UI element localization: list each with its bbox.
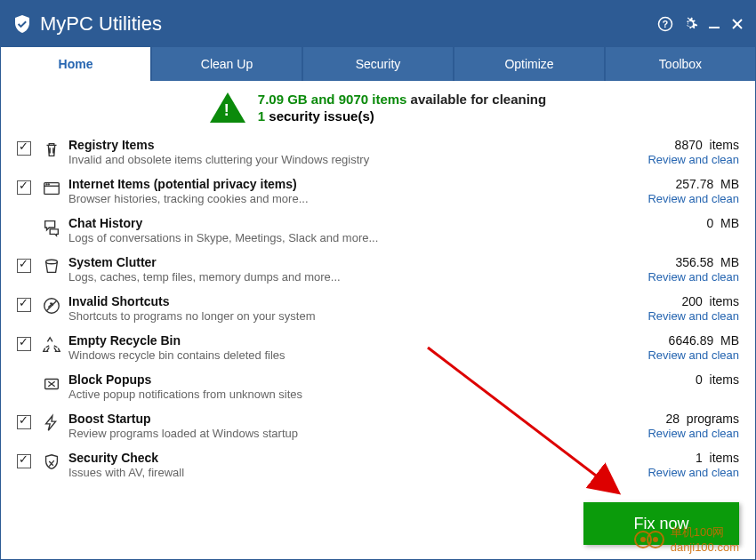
item-desc: Review programs loaded at Windows startu… [68,427,615,440]
tab-bar: Home Clean Up Security Optimize Toolbox [1,47,755,81]
chat-icon [40,218,63,237]
watermark-icon [633,530,665,549]
item-value: 6646.89 MB [615,333,739,348]
item-stats: 257.78 MBReview and clean [615,177,739,205]
help-icon[interactable]: ? [657,16,673,32]
item-value: 200 items [615,294,739,308]
warning-icon [210,92,245,123]
list-item: Registry ItemsInvalid and obsolete items… [17,132,739,172]
item-value: 1 items [615,451,739,465]
svg-point-19 [653,537,658,542]
item-checkbox[interactable] [17,415,31,429]
item-value: 356.58 MB [615,255,739,269]
app-title: MyPC Utilities [40,12,162,36]
list-item: System ClutterLogs, caches, temp files, … [17,250,739,289]
shortcut-icon [40,296,63,316]
svg-point-9 [46,260,58,264]
tab-toolbox[interactable]: Toolbox [606,47,755,81]
item-desc: Windows recycle bin contains deleted fil… [68,348,615,362]
review-and-clean-link[interactable]: Review and clean [615,427,739,440]
svg-point-8 [48,184,49,185]
item-value: 8870 items [615,138,739,152]
recycle-icon [40,335,63,355]
item-value: 257.78 MB [615,177,739,191]
list-item: Chat HistoryLogs of conversations in Sky… [17,211,739,250]
item-checkbox [17,376,31,390]
bolt-icon [40,413,63,433]
item-title: Invalid Shortcuts [68,294,615,308]
item-text: Security CheckIssues with AV, firewall [63,451,615,479]
item-value: 28 programs [615,412,739,426]
item-stats: 0 items [615,372,739,387]
item-title: Boost Startup [68,412,615,426]
summary-banner: 7.09 GB and 9070 items available for cle… [1,81,755,132]
item-title: Security Check [68,451,615,465]
review-and-clean-link[interactable]: Review and clean [615,466,739,479]
item-title: Block Popups [68,372,615,387]
item-desc: Logs of conversations in Skype, Meetings… [68,231,615,244]
review-and-clean-link[interactable]: Review and clean [615,270,739,284]
list-item: Block PopupsActive popup notifications f… [17,367,739,406]
minimize-icon[interactable] [707,17,721,31]
item-value: 0 items [615,372,739,387]
list-item: Invalid ShortcutsShortcuts to programs n… [17,289,739,328]
summary-line-2: 1 security issue(s) [258,108,546,124]
item-value: 0 MB [615,216,739,230]
review-and-clean-link[interactable]: Review and clean [615,348,739,362]
item-stats: 8870 itemsReview and clean [615,138,739,166]
item-title: Chat History [68,216,615,230]
svg-text:?: ? [663,19,668,29]
item-title: System Clutter [68,255,615,269]
item-desc: Invalid and obsolete items cluttering yo… [68,153,615,166]
item-text: System ClutterLogs, caches, temp files, … [63,255,615,284]
window-controls: ? [657,16,744,32]
item-stats: 0 MB [615,216,739,230]
watermark: 单机100网 danji100.com [633,524,739,554]
item-checkbox[interactable] [17,259,31,273]
item-stats: 6646.89 MBReview and clean [615,333,739,362]
list-item: Internet Items (potential privacy items)… [17,172,739,211]
item-checkbox[interactable] [17,298,31,312]
review-and-clean-link[interactable]: Review and clean [615,153,739,166]
bucket-icon [40,257,63,276]
item-stats: 356.58 MBReview and clean [615,255,739,284]
item-desc: Browser histories, tracking cookies and … [68,192,615,205]
item-text: Boost StartupReview programs loaded at W… [63,412,615,440]
item-title: Registry Items [68,138,615,152]
trash-icon [40,140,63,159]
item-title: Internet Items (potential privacy items) [68,177,615,191]
tab-security[interactable]: Security [303,47,454,81]
tab-optimize[interactable]: Optimize [454,47,606,81]
list-item: Empty Recycle BinWindows recycle bin con… [17,328,739,367]
review-and-clean-link[interactable]: Review and clean [615,309,739,323]
item-stats: 1 itemsReview and clean [615,451,739,479]
close-icon[interactable] [730,17,744,31]
svg-point-7 [46,184,47,185]
item-stats: 28 programsReview and clean [615,412,739,440]
app-logo: MyPC Utilities [12,12,162,36]
item-checkbox[interactable] [17,337,31,351]
scan-results-list: Registry ItemsInvalid and obsolete items… [1,132,755,484]
item-text: Chat HistoryLogs of conversations in Sky… [63,216,615,244]
item-text: Registry ItemsInvalid and obsolete items… [63,138,615,166]
item-desc: Shortcuts to programs no longer on your … [68,309,615,323]
review-and-clean-link[interactable]: Review and clean [615,192,739,205]
svg-line-11 [47,301,57,311]
item-checkbox[interactable] [17,454,31,468]
list-item: Boost StartupReview programs loaded at W… [17,406,739,445]
shield-check-icon [12,13,33,35]
item-desc: Logs, caches, temp files, memory dumps a… [68,270,615,284]
item-text: Empty Recycle BinWindows recycle bin con… [63,333,615,362]
list-item: Security CheckIssues with AV, firewall1 … [17,445,739,484]
tab-clean-up[interactable]: Clean Up [152,47,303,81]
popup-icon [40,374,63,394]
item-desc: Active popup notifications from unknown … [68,388,615,401]
tab-home[interactable]: Home [1,47,152,81]
item-desc: Issues with AV, firewall [68,466,615,479]
item-checkbox[interactable] [17,141,31,156]
item-text: Block PopupsActive popup notifications f… [63,372,615,401]
item-checkbox[interactable] [17,180,31,195]
gear-icon[interactable] [682,16,698,32]
item-text: Invalid ShortcutsShortcuts to programs n… [63,294,615,323]
item-checkbox [17,220,31,234]
